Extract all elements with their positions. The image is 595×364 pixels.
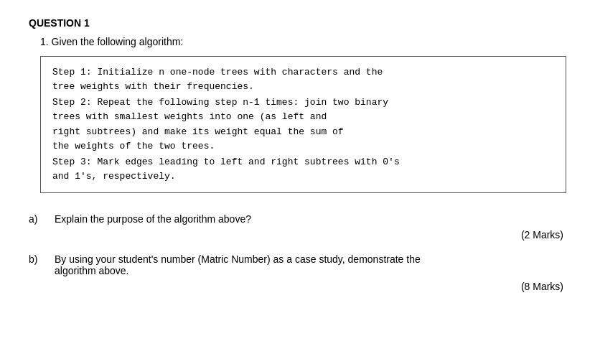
part-b-marks: (8 Marks) [29, 281, 566, 292]
algorithm-step-3: Step 3: Mark edges leading to left and r… [52, 155, 554, 169]
part-b-line2: algorithm above. [55, 265, 129, 276]
step3-label: Step 3: [52, 157, 92, 167]
step2-line2: trees with smallest weights into one (as… [52, 110, 554, 124]
step2-line3: right subtrees) and make its weight equa… [52, 125, 554, 139]
part-b-row: b) By using your student's number (Matri… [29, 253, 566, 276]
step1-label: Step 1: [52, 67, 92, 78]
step1-line1: Initialize n one-node trees with charact… [92, 67, 383, 78]
part-a-marks: (2 Marks) [29, 229, 566, 241]
step2-line1: Repeat the following step n-1 times: joi… [92, 97, 388, 108]
step3-line1: Mark edges leading to left and right sub… [92, 157, 400, 167]
algorithm-box: Step 1: Initialize n one-node trees with… [40, 56, 566, 193]
part-a-label: a) [29, 213, 55, 225]
step2-line4: the weights of the two trees. [52, 139, 554, 154]
algorithm-step-1: Step 1: Initialize n one-node trees with… [52, 65, 554, 80]
part-b-line1: By using your student's number (Matric N… [55, 253, 421, 265]
part-a-row: a) Explain the purpose of the algorithm … [29, 213, 566, 225]
part-b-label: b) [29, 253, 55, 265]
step1-line2: tree weights with their frequencies. [52, 80, 554, 94]
part-a-text: Explain the purpose of the algorithm abo… [55, 213, 566, 225]
algorithm-step-2: Step 2: Repeat the following step n-1 ti… [52, 95, 554, 110]
step3-line2: and 1's, respectively. [52, 169, 554, 184]
question-intro: 1. Given the following algorithm: [40, 36, 566, 47]
parts-section: a) Explain the purpose of the algorithm … [29, 213, 566, 292]
part-b-text: By using your student's number (Matric N… [55, 253, 566, 276]
question-title: QUESTION 1 [29, 17, 566, 29]
step2-label: Step 2: [52, 97, 92, 108]
